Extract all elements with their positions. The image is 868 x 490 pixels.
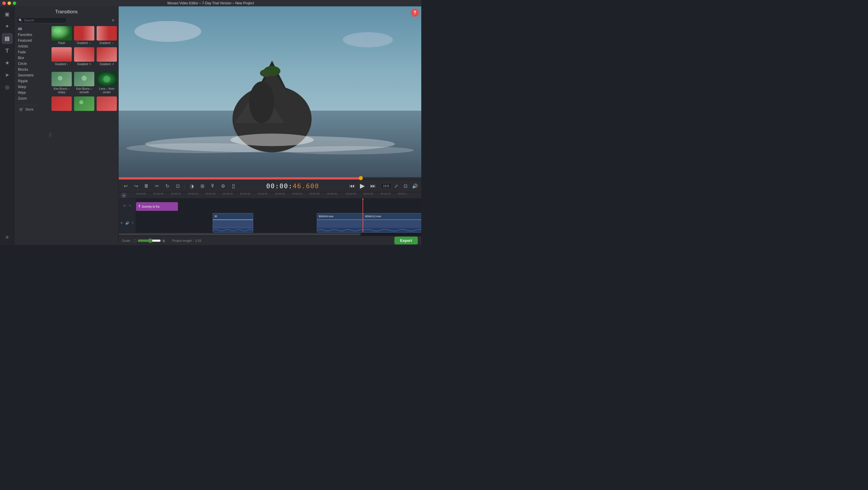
transition-gradient-diag2-label: Gradient ↗ [99,62,114,66]
cut-button[interactable]: ✂ [152,181,161,191]
window-title: Movavi Video Editor – 7-Day Trial Versio… [167,1,254,5]
sidebar-filters[interactable]: ✦ [2,21,13,32]
minimize-button[interactable] [7,1,11,5]
clip-bdmv12[interactable]: BDMV12.mov [363,213,421,233]
volume-button[interactable]: 🔊 [411,182,419,190]
category-ripple[interactable]: Ripple [14,78,49,84]
svg-point-5 [58,76,62,81]
transition-kenburns-smooth-thumb [74,72,94,86]
transition-bottom3[interactable] [96,96,118,112]
ruler-tick-14: 00:01:10 [380,192,391,195]
transition-kenburns-sharp-label: Ken Burns – sharp [52,87,72,94]
svg-point-24 [343,32,393,47]
sidebar-stickers[interactable]: ★ [2,57,13,68]
clip-bdmv6-thumb [317,219,363,228]
timeline-ruler: + 00:00:00 00:00:05 00:00:10 00:00:15 00… [119,192,421,199]
preview-progress-handle[interactable] [359,176,363,180]
transition-gradient-diag1[interactable]: Gradient ↖ [73,47,95,70]
store-label: Store [25,108,34,112]
category-wipe[interactable]: Wipe [14,90,49,95]
help-button[interactable]: ? [411,9,419,17]
timeline-scrollbar-thumb[interactable] [119,233,361,235]
transition-gradient-down[interactable]: Gradient ↓ [51,47,72,70]
add-track-button[interactable]: + [121,193,127,198]
bottom-bar: Scale: ▢ ▣ Project length: 1:15 Export [119,236,421,245]
ruler-tick-8: 00:00:40 [275,192,285,195]
svg-rect-2 [74,26,94,40]
audio-icon: ◎ [5,84,9,90]
transition-flash-label: Flash [58,41,65,45]
search-input[interactable] [17,18,66,23]
sidebar-titles[interactable]: T [2,45,13,56]
zoom-button[interactable]: ⊡ [402,182,410,190]
sidebar-more[interactable]: ≡ [2,232,13,243]
play-button[interactable]: ▶ [358,181,367,191]
transitions-search-row: 🔍 ✕ [14,16,118,24]
category-warp[interactable]: Warp [14,84,49,90]
category-favorites[interactable]: Favorites [14,32,49,38]
category-fade[interactable]: Fade [14,49,49,55]
preview-progress-bar[interactable] [119,177,421,179]
close-button[interactable] [2,1,6,5]
text-track-eye[interactable]: 👁 [122,204,127,208]
transition-bottom1[interactable] [51,96,72,112]
store-button[interactable]: 🛒 Store [14,105,38,114]
video2-track-edit[interactable]: ✎ [130,221,135,225]
transition-flash[interactable]: Flash [51,26,72,46]
titles-icon: T [5,48,9,54]
fullscreen-button[interactable]: ⤢ [392,182,400,190]
sidebar-media[interactable]: ▣ [2,9,13,20]
category-featured[interactable]: Featured [14,38,49,44]
collapse-panel-button[interactable]: ‹ [49,132,52,138]
rotate-button[interactable]: ↻ [163,181,172,191]
redo-button[interactable]: ↪ [131,181,141,191]
category-all[interactable]: All [14,26,49,32]
video2-track-eye[interactable]: 👁 [120,221,124,225]
text-track-edit[interactable]: ✎ [128,204,132,208]
category-blocks[interactable]: Blocks [14,67,49,73]
transition-gradient-right[interactable]: Gradient → [96,26,118,46]
ruler-tick-9: 00:00:45 [292,192,302,195]
clip-button[interactable]: ⣿ [229,181,238,191]
sidebar-motion[interactable]: ➤ [2,69,13,81]
transitions-close-button[interactable]: ✕ [110,18,116,23]
toolbar: ↩ ↪ 🗑 ✂ ↻ ⊡ ◑ ⊞ 🎙 ⚙ ⣿ 00:00:46.600 ⏮ ▶ ⏭… [119,179,421,192]
ruler-tick-0: 00:00:00 [136,192,146,195]
clip-bdmv6[interactable]: BDMV6.mov [317,213,363,233]
export-button[interactable]: Export [394,237,418,244]
category-blur[interactable]: Blur [14,55,49,61]
transition-kenburns-sharp[interactable]: Ken Burns – sharp [51,71,72,95]
sidebar-audio[interactable]: ◎ [2,82,13,93]
preview-area: ? [119,6,421,179]
clip-bl[interactable]: Bl [213,213,253,233]
text-track-controls: 👁 ✎ [119,199,136,213]
title-clip-icon: Ŧ [138,204,140,208]
category-circle[interactable]: Circle [14,61,49,67]
transition-lens-center[interactable]: Lens – from center [96,71,118,95]
photo-button[interactable]: ⊞ [197,181,207,191]
crop-button[interactable]: ⊡ [173,181,182,191]
svg-point-21 [260,69,271,77]
color-button[interactable]: ◑ [187,181,196,191]
category-geometric[interactable]: Geometric [14,73,49,78]
timeline-horizontal-scrollbar[interactable] [119,233,421,236]
scale-slider[interactable] [138,238,161,243]
skip-forward-button[interactable]: ⏭ [368,181,378,191]
sidebar-transitions[interactable]: ▤ [2,33,13,44]
category-zoom[interactable]: Zoom [14,95,49,102]
maximize-button[interactable] [13,1,16,5]
transition-gradient-diag2[interactable]: Gradient ↗ [96,47,118,70]
search-wrapper: 🔍 [17,18,109,23]
undo-button[interactable]: ↩ [121,181,130,191]
settings-button[interactable]: ⚙ [218,181,228,191]
skip-back-button[interactable]: ⏮ [347,181,357,191]
voiceover-button[interactable]: 🎙 [208,181,217,191]
transition-bottom2[interactable] [73,96,95,112]
preview-progress-fill [119,177,361,179]
title-clip[interactable]: Ŧ Journey to Ka [136,202,178,211]
category-artistic[interactable]: Artistic [14,44,49,49]
transition-gradient-left[interactable]: Gradient ← [73,26,95,46]
transition-kenburns-smooth[interactable]: Ken Burns – smooth [73,71,95,95]
video2-track-vol[interactable]: 🔊 [125,221,130,225]
delete-button[interactable]: 🗑 [142,181,151,191]
